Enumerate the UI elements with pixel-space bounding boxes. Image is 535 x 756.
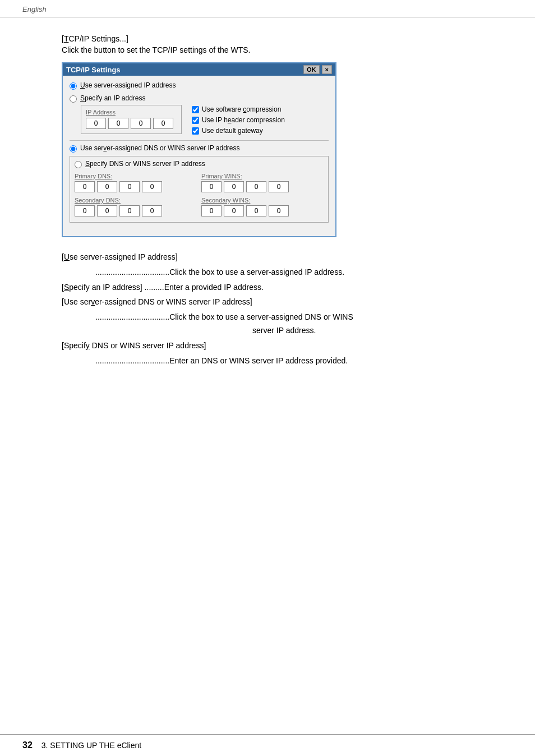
dns-wins-section: Use server-assigned DNS or WINS server I… xyxy=(70,144,329,223)
checkbox-default-gateway-row: Use default gateway xyxy=(192,127,329,135)
ip-options-section: Use server-assigned IP address Specify a… xyxy=(70,81,329,135)
dialog-box: TCP/IP Settings OK × Use server-assigned… xyxy=(62,62,336,237)
radio-dns-wins-server-row: Use server-assigned DNS or WINS server I… xyxy=(70,144,329,153)
secondary-dns-fields xyxy=(75,205,197,216)
ip-address-label: IP Address xyxy=(86,109,177,116)
primary-wins-item: Primary WINS: xyxy=(201,173,324,192)
ip-right-col: Use software compression Use IP header c… xyxy=(187,94,329,135)
secondary-dns-2[interactable] xyxy=(97,205,117,216)
page-container: English [TCP/IP Settings...] Click the b… xyxy=(0,0,535,756)
radio-specify-dns-label: Specify DNS or WINS server IP address xyxy=(85,160,205,168)
desc-use-server-assigned: [Use server-assigned IP address] xyxy=(62,251,473,264)
desc-specify-ip: [Specify an IP address] .........Enter a… xyxy=(62,281,473,294)
checkbox-software-compression-row: Use software compression xyxy=(192,105,329,113)
primary-wins-label: Primary WINS: xyxy=(201,173,324,179)
dialog-titlebar-buttons: OK × xyxy=(303,65,332,74)
ip-field-4[interactable] xyxy=(153,118,173,129)
desc3-text: Click the box to use a server-assigned D… xyxy=(169,312,353,321)
bottom-section-label: 3. SETTING UP THE eClient xyxy=(41,741,141,750)
primary-wins-1[interactable] xyxy=(201,181,222,192)
dns-wins-specify-group: Specify DNS or WINS server IP address Pr… xyxy=(70,156,329,223)
language-label: English xyxy=(22,5,47,13)
ip-two-column: Specify an IP address IP Address xyxy=(70,94,329,135)
intro-text: Click the button to set the TCP/IP setti… xyxy=(62,45,250,54)
dns-wins-grid: Primary DNS: Primary WINS: xyxy=(75,173,324,216)
checkbox-default-gateway[interactable] xyxy=(192,127,199,135)
primary-dns-2[interactable] xyxy=(97,181,117,192)
checkbox-ip-header-row: Use IP header compression xyxy=(192,116,329,124)
checkbox-software-compression-label: Use software compression xyxy=(202,105,281,113)
radio-specify-dns[interactable] xyxy=(75,161,82,168)
ip-address-group: IP Address xyxy=(81,105,182,134)
primary-dns-item: Primary DNS: xyxy=(75,173,197,192)
primary-dns-4[interactable] xyxy=(142,181,162,192)
radio-specify-ip-row: Specify an IP address xyxy=(70,94,182,103)
dialog-ok-button[interactable]: OK xyxy=(303,65,320,74)
section-intro: [TCP/IP Settings...] Click the button to… xyxy=(62,34,473,54)
desc2-bracket: [Specify an IP address] .........Enter a… xyxy=(62,283,264,292)
main-content: [TCP/IP Settings...] Click the button to… xyxy=(0,17,535,390)
secondary-wins-4[interactable] xyxy=(269,205,289,216)
secondary-wins-1[interactable] xyxy=(201,205,222,216)
desc3-bracket: [Use server-assigned DNS or WINS server … xyxy=(62,297,252,306)
desc4-text-row: ..................................Enter … xyxy=(62,354,473,368)
secondary-wins-label: Secondary WINS: xyxy=(201,197,324,204)
ip-field-1[interactable] xyxy=(86,118,106,129)
secondary-dns-label: Secondary DNS: xyxy=(75,197,197,204)
checkbox-software-compression[interactable] xyxy=(192,106,199,113)
ip-field-2[interactable] xyxy=(108,118,128,129)
dialog-title: TCP/IP Settings xyxy=(66,66,121,74)
primary-dns-1[interactable] xyxy=(75,181,95,192)
desc3-continuation: server IP address. xyxy=(62,324,473,338)
primary-dns-3[interactable] xyxy=(119,181,140,192)
button-label: [TCP/IP Settings...] xyxy=(62,34,473,43)
desc2-dots: ......... xyxy=(145,283,164,292)
secondary-dns-3[interactable] xyxy=(119,205,140,216)
secondary-wins-3[interactable] xyxy=(246,205,266,216)
primary-wins-3[interactable] xyxy=(246,181,266,192)
ip-left-col: Specify an IP address IP Address xyxy=(70,94,182,135)
checkboxes-group: Use software compression Use IP header c… xyxy=(192,105,329,135)
secondary-dns-1[interactable] xyxy=(75,205,95,216)
dialog-titlebar: TCP/IP Settings OK × xyxy=(63,63,335,76)
radio-dns-wins-server-label: Use server-assigned DNS or WINS server I… xyxy=(80,144,240,152)
secondary-wins-2[interactable] xyxy=(224,205,244,216)
checkbox-ip-header-compression[interactable] xyxy=(192,117,199,124)
primary-wins-2[interactable] xyxy=(224,181,244,192)
page-number: 32 xyxy=(22,740,33,750)
secondary-wins-item: Secondary WINS: xyxy=(201,197,324,216)
desc4-dots: .................................. xyxy=(95,356,169,365)
desc3-dots: .................................. xyxy=(95,312,169,321)
desc3-cont-text: server IP address. xyxy=(252,326,316,335)
radio-specify-ip[interactable] xyxy=(70,95,77,103)
radio-specify-ip-label: Specify an IP address xyxy=(80,94,146,102)
primary-wins-4[interactable] xyxy=(269,181,289,192)
primary-wins-fields xyxy=(201,181,324,192)
ip-field-3[interactable] xyxy=(131,118,151,129)
desc4-text: Enter an DNS or WINS server IP address p… xyxy=(169,356,348,365)
top-bar: English xyxy=(0,0,535,17)
checkbox-default-gateway-label: Use default gateway xyxy=(202,127,263,135)
desc1-text-row: ..................................Click … xyxy=(62,266,473,279)
primary-dns-fields xyxy=(75,181,197,192)
secondary-dns-item: Secondary DNS: xyxy=(75,197,197,216)
radio-specify-dns-row: Specify DNS or WINS server IP address xyxy=(75,160,324,168)
desc-use-server-dns: [Use server-assigned DNS or WINS server … xyxy=(62,296,473,309)
desc3-text-row: ..................................Click … xyxy=(62,311,473,324)
dialog-close-button[interactable]: × xyxy=(322,65,332,74)
desc1-dots: .................................. xyxy=(95,268,169,276)
radio-dns-wins-server[interactable] xyxy=(70,145,77,153)
desc1-bracket: [Use server-assigned IP address] xyxy=(62,252,178,261)
ip-fields xyxy=(86,118,177,129)
secondary-wins-fields xyxy=(201,205,324,216)
primary-dns-label: Primary DNS: xyxy=(75,173,197,179)
desc4-bracket: [Specify DNS or WINS server IP address] xyxy=(62,341,206,350)
bottom-bar: 32 3. SETTING UP THE eClient xyxy=(0,734,535,756)
desc-specify-dns: [Specify DNS or WINS server IP address] xyxy=(62,339,473,353)
secondary-dns-4[interactable] xyxy=(142,205,162,216)
radio-server-assigned-label: Use server-assigned IP address xyxy=(80,81,176,89)
checkbox-ip-header-label: Use IP header compression xyxy=(202,116,285,124)
radio-server-assigned[interactable] xyxy=(70,82,77,90)
desc1-text: Click the box to use a server-assigned I… xyxy=(169,268,344,276)
descriptions: [Use server-assigned IP address] .......… xyxy=(62,251,473,367)
